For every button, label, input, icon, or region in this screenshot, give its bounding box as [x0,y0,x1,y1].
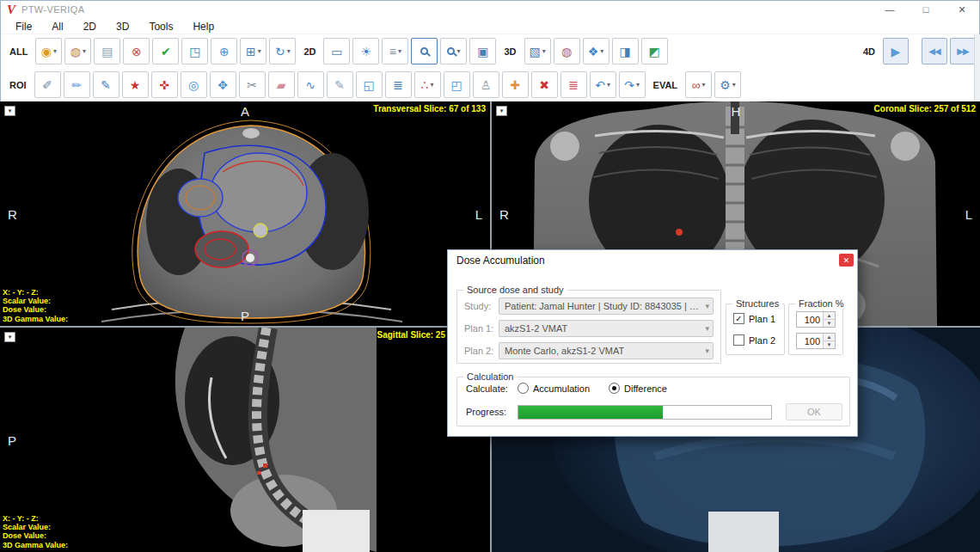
margin-stack-button[interactable]: ≣ [385,71,412,98]
ok-button[interactable]: OK [786,403,842,420]
brain-3d-icon: ◍ [561,46,572,58]
copy-roi-button[interactable]: ◰ [444,71,470,98]
erase-button[interactable]: ▰ [268,71,295,98]
mpr-panel-button[interactable]: ◨ [612,38,639,64]
plan1-row: Plan 1: akzS1-2 VMAT ▾ [464,320,714,337]
play-button[interactable]: ▶ [883,38,909,64]
viewport-menu-button[interactable]: ▾ [496,106,507,116]
boolean-roi-button[interactable]: ◱ [356,71,383,98]
spinner-up-button[interactable]: ▲ [824,312,835,320]
fraction2-spinner[interactable]: 100 ▲ ▼ [796,333,836,349]
add-roi-button[interactable]: ✚ [502,71,529,98]
cut-contour-button[interactable]: ✂ [239,71,266,98]
line-draw-button[interactable]: ✎ [327,71,353,98]
structures-plan1-checkbox[interactable]: Plan 1 [733,313,775,324]
plan1-combobox[interactable]: akzS1-2 VMAT ▾ [499,320,714,337]
orientation-label: R [499,206,509,221]
orientation-label: A [241,104,249,119]
viewport-transversal[interactable]: ▾ A R L P Transversal Slice: 67 of 133 X… [0,101,490,326]
chain-icon: ∞ [692,79,701,91]
redo-button[interactable]: ↷▾ [619,71,646,98]
step-back-button[interactable]: ◀◀ [922,38,947,64]
registration-button[interactable]: ⊗ [123,38,150,64]
add-annotation-button[interactable]: ⊕ [211,38,237,64]
image-series-button[interactable]: ◍▾ [64,38,91,64]
status-line: X: - Y: - Z: [3,514,68,523]
plan1-value: akzS1-2 VMAT [505,323,567,334]
dialog-close-button[interactable]: ✕ [839,254,854,267]
evaluation-settings-button[interactable]: ⚙▾ [714,71,741,98]
reset-view-button[interactable]: ↻▾ [269,38,296,64]
menu-item-file[interactable]: File [9,21,45,33]
contour-pen-button[interactable]: ✎ [93,71,119,98]
surface-render-button[interactable]: ◍ [554,38,580,64]
localize-button[interactable]: ✜ [151,71,178,98]
windowing-button[interactable]: ☀ [352,38,379,64]
plan2-row: Plan 2: Monte Carlo, akzS1-2 VMAT ▾ [464,342,714,359]
step-forward-button[interactable]: ▶▶ [950,38,976,64]
plan2-combobox[interactable]: Monte Carlo, akzS1-2 VMAT ▾ [499,342,714,359]
fraction1-spinner[interactable]: 100 ▲ ▼ [796,311,836,328]
spinner-up-button[interactable]: ▲ [824,334,835,341]
close-button[interactable]: ✕ [944,0,980,19]
body-outline-button[interactable]: ♙ [473,71,499,98]
titlebar[interactable]: V PTW-VERIQA — □ ✕ [0,0,980,19]
brush-icon: ✐ [42,79,52,91]
menu-item-all[interactable]: All [45,21,76,33]
study-combobox[interactable]: Patient: Jamal Hunter | Study ID: 884303… [499,297,714,315]
viewport-sagittal[interactable]: ▾ P Sagittal Slice: 25 X: - Y: - Z: Scal… [0,328,490,552]
orientation-label: H [732,104,741,119]
smart-brush-button[interactable]: ✏ [64,71,90,98]
measure-tool-button[interactable]: ▤ [94,38,120,64]
brush-button[interactable]: ✐ [34,71,61,98]
toolbar-overflow-handle[interactable] [974,34,980,101]
maximize-button[interactable]: □ [908,0,944,19]
dialog-title: Dose Accumulation [456,255,545,267]
interpolate-button[interactable]: ◎ [181,71,207,98]
slice-planes-button[interactable]: ◩ [641,38,668,64]
dialog-titlebar[interactable]: Dose Accumulation ✕ [448,250,857,271]
undo-button[interactable]: ↶▾ [590,71,616,98]
chevron-down-icon: ▾ [705,347,709,355]
zoom-button[interactable]: ▾ [440,38,467,64]
viewport-menu-button[interactable]: ▾ [4,106,15,116]
spinner-down-button[interactable]: ▼ [824,341,835,348]
crop-button[interactable]: ▭ [323,38,350,64]
dose-link-button[interactable]: ∞▾ [685,71,712,98]
spinner-down-button[interactable]: ▼ [824,320,835,327]
nudge-curve-button[interactable]: ∿ [297,71,324,98]
orientation-label: L [475,206,482,221]
spinner-arrows: ▲ ▼ [823,334,835,348]
delete-roi-button[interactable]: ✖ [531,71,558,98]
menu-item-help[interactable]: Help [186,21,227,33]
app-window: V PTW-VERIQA — □ ✕ File All 2D 3D Tools … [0,0,980,552]
minimize-button[interactable]: — [872,0,908,19]
viewport-menu-button[interactable]: ▾ [4,332,15,342]
point-cloud-button[interactable]: ∴▾ [414,71,441,98]
radio-accumulation[interactable]: Accumulation [518,383,590,394]
layout-grid-button[interactable]: ⊞▾ [240,38,266,64]
menu-item-2d[interactable]: 2D [77,21,109,33]
radio-difference[interactable]: Difference [609,383,667,394]
menu-item-3d[interactable]: 3D [109,21,142,33]
viewport-frame-button[interactable]: ◳ [181,38,208,64]
auto-segment-button[interactable]: ★ [122,71,149,98]
menu-item-tools[interactable]: Tools [142,21,186,33]
dropdown-arrow-icon: ▾ [636,81,640,89]
spinner-arrows: ▲ ▼ [823,312,835,327]
window-presets-button[interactable]: ≡▾ [382,38,408,64]
sync-zoom-button[interactable] [411,38,438,64]
checklist-button[interactable]: ✔ [152,38,179,64]
rotate-icon: ↻ [275,46,285,58]
status-line: X: - Y: - Z: [3,288,68,297]
roi-statistics-button[interactable]: ≣ [560,71,587,98]
volume-render-button[interactable]: ▧▾ [524,38,551,64]
expand-contract-button[interactable]: ✥ [210,71,236,98]
dose-display-button[interactable]: ◉▾ [35,38,62,64]
orientation-cube-button[interactable]: ❖▾ [583,38,609,64]
plan2-label: Plan 2: [464,346,499,356]
side-panel-button[interactable]: ▣ [469,38,496,64]
circle-plus-icon: ⊕ [219,46,230,58]
structures-plan2-checkbox[interactable]: Plan 2 [733,334,775,346]
minimize-icon: — [885,4,895,15]
